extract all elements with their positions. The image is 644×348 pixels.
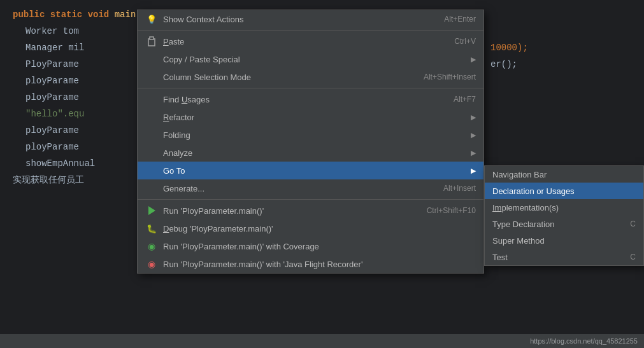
submenu-goto: Navigation Bar Declaration or Usages Imp… xyxy=(484,165,644,266)
menu-item-paste[interactable]: Paste Ctrl+V xyxy=(138,32,483,50)
submenu-item-super-method[interactable]: Super Method xyxy=(485,232,643,249)
submenu-item-navigation-bar[interactable]: Navigation Bar xyxy=(485,166,643,183)
menu-item-copy-paste-special[interactable]: Copy / Paste Special ▶ xyxy=(138,50,483,68)
goto-arrow: ▶ xyxy=(471,167,476,175)
submenu-label-super-method: Super Method xyxy=(492,236,636,246)
run-icon xyxy=(145,204,158,217)
menu-label-debug: Debug 'PloyParameter.main()' xyxy=(163,224,476,233)
url-hint-text: https://blog.csdn.net/qq_45821255 xyxy=(530,337,638,345)
separator-3 xyxy=(138,199,483,200)
column-selection-icon xyxy=(145,71,158,83)
menu-item-analyze[interactable]: Analyze ▶ xyxy=(138,144,483,162)
menu-label-run-recorder: Run 'PloyParameter.main()' with 'Java Fl… xyxy=(163,260,476,269)
submenu-label-test: Test xyxy=(492,253,630,262)
menu-shortcut-column-selection: Alt+Shift+Insert xyxy=(424,73,476,81)
submenu-shortcut-test: C xyxy=(630,253,636,261)
submenu-label-implementation: Implementation(s) xyxy=(492,203,636,212)
recorder-icon: ◉ xyxy=(145,258,158,270)
bulb-icon: 💡 xyxy=(145,13,158,25)
menu-label-run-coverage: Run 'PloyParameter.main()' with Coverage xyxy=(163,242,476,251)
menu-label-goto: Go To xyxy=(163,166,466,176)
coverage-icon: ◉ xyxy=(145,240,158,253)
menu-item-refactor[interactable]: Refactor ▶ xyxy=(138,108,483,126)
paste-icon xyxy=(145,35,158,48)
copy-paste-arrow: ▶ xyxy=(471,55,476,64)
menu-item-run-recorder[interactable]: ◉ Run 'PloyParameter.main()' with 'Java … xyxy=(138,255,483,273)
menu-item-column-selection[interactable]: Column Selection Mode Alt+Shift+Insert xyxy=(138,68,483,86)
context-menu: 💡 Show Context Actions Alt+Enter Paste C… xyxy=(137,10,484,274)
submenu-item-implementation[interactable]: Implementation(s) xyxy=(485,199,643,216)
menu-label-column-selection: Column Selection Mode xyxy=(163,73,424,82)
submenu-item-type-declaration[interactable]: Type Declaration C xyxy=(485,216,643,232)
menu-shortcut-run: Ctrl+Shift+F10 xyxy=(427,206,476,215)
menu-item-run[interactable]: Run 'PloyParameter.main()' Ctrl+Shift+F1… xyxy=(138,202,483,219)
menu-label-run: Run 'PloyParameter.main()' xyxy=(163,206,427,216)
menu-item-find-usages[interactable]: Find Usages Alt+F7 xyxy=(138,90,483,108)
submenu-label-declaration-usages: Declaration or Usages xyxy=(492,186,636,196)
menu-item-folding[interactable]: Folding ▶ xyxy=(138,126,483,144)
debug-icon: 🐛 xyxy=(145,222,158,235)
goto-icon xyxy=(145,164,158,177)
menu-label-generate: Generate... xyxy=(163,184,443,193)
submenu-item-test[interactable]: Test C xyxy=(485,249,643,265)
menu-item-run-coverage[interactable]: ◉ Run 'PloyParameter.main()' with Covera… xyxy=(138,237,483,255)
analyze-icon xyxy=(145,146,158,159)
menu-label-find-usages: Find Usages xyxy=(163,95,454,104)
menu-label-show-context: Show Context Actions xyxy=(163,15,444,24)
menu-item-debug[interactable]: 🐛 Debug 'PloyParameter.main()' xyxy=(138,219,483,237)
submenu-shortcut-type-declaration: C xyxy=(630,219,636,228)
separator-2 xyxy=(138,88,483,88)
refactor-arrow: ▶ xyxy=(471,113,476,122)
submenu-item-declaration-usages[interactable]: Declaration or Usages xyxy=(485,183,643,199)
analyze-arrow: ▶ xyxy=(471,149,476,157)
submenu-label-navigation-bar: Navigation Bar xyxy=(492,170,636,179)
menu-item-show-context[interactable]: 💡 Show Context Actions Alt+Enter xyxy=(138,10,483,28)
menu-label-paste: Paste xyxy=(163,37,454,46)
folding-icon xyxy=(145,129,158,141)
find-usages-icon xyxy=(145,93,158,106)
menu-shortcut-paste: Ctrl+V xyxy=(454,37,476,46)
svg-rect-1 xyxy=(150,37,154,39)
menu-item-goto[interactable]: Go To ▶ xyxy=(138,162,483,179)
menu-shortcut-generate: Alt+Insert xyxy=(443,184,476,193)
refactor-icon xyxy=(145,111,158,123)
menu-shortcut-find-usages: Alt+F7 xyxy=(454,95,476,104)
menu-label-analyze: Analyze xyxy=(163,148,466,158)
copy-paste-icon xyxy=(145,53,158,66)
menu-label-folding: Folding xyxy=(163,130,466,140)
url-hint-bar: https://blog.csdn.net/qq_45821255 xyxy=(0,334,644,348)
menu-shortcut-show-context: Alt+Enter xyxy=(444,15,476,24)
folding-arrow: ▶ xyxy=(471,131,476,139)
menu-label-refactor: Refactor xyxy=(163,113,466,122)
menu-item-generate[interactable]: Generate... Alt+Insert xyxy=(138,179,483,197)
generate-icon xyxy=(145,182,158,195)
menu-label-copy-paste: Copy / Paste Special xyxy=(163,55,466,64)
submenu-label-type-declaration: Type Declaration xyxy=(492,219,630,229)
separator-1 xyxy=(138,30,483,31)
